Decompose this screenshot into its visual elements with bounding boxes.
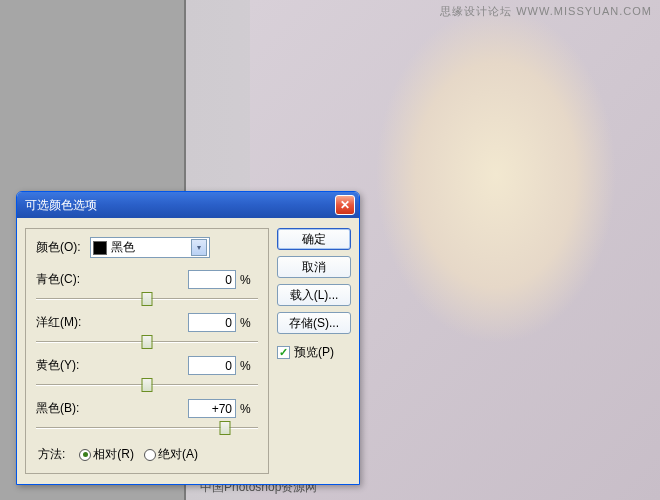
load-button[interactable]: 载入(L)... <box>277 284 351 306</box>
watermark-top: 思缘设计论坛 WWW.MISSYUAN.COM <box>440 4 652 19</box>
magenta-row: 洋红(M): % <box>36 313 258 352</box>
cancel-button[interactable]: 取消 <box>277 256 351 278</box>
close-icon: ✕ <box>340 198 350 212</box>
selective-color-dialog: 可选颜色选项 ✕ 颜色(O): 黑色 ▾ 青色(C): % <box>16 191 360 485</box>
black-input[interactable] <box>188 399 236 418</box>
yellow-slider[interactable] <box>36 377 258 395</box>
percent-sign: % <box>236 273 258 287</box>
radio-absolute[interactable]: 绝对(A) <box>144 446 198 463</box>
yellow-input[interactable] <box>188 356 236 375</box>
method-row: 方法: 相对(R) 绝对(A) <box>36 446 258 463</box>
magenta-label: 洋红(M): <box>36 314 188 331</box>
save-button[interactable]: 存储(S)... <box>277 312 351 334</box>
black-row: 黑色(B): % <box>36 399 258 438</box>
cyan-input[interactable] <box>188 270 236 289</box>
dialog-title: 可选颜色选项 <box>25 197 335 214</box>
black-slider[interactable] <box>36 420 258 438</box>
preview-checkbox[interactable]: ✓ 预览(P) <box>277 344 351 361</box>
color-label: 颜色(O): <box>36 239 90 256</box>
chevron-down-icon: ▾ <box>191 239 207 256</box>
color-swatch <box>93 241 107 255</box>
radio-relative[interactable]: 相对(R) <box>79 446 134 463</box>
titlebar[interactable]: 可选颜色选项 ✕ <box>17 192 359 218</box>
yellow-row: 黄色(Y): % <box>36 356 258 395</box>
magenta-slider[interactable] <box>36 334 258 352</box>
close-button[interactable]: ✕ <box>335 195 355 215</box>
color-dropdown[interactable]: 黑色 ▾ <box>90 237 210 258</box>
cyan-row: 青色(C): % <box>36 270 258 309</box>
method-label: 方法: <box>38 446 65 463</box>
buttons-panel: 确定 取消 载入(L)... 存储(S)... ✓ 预览(P) <box>277 228 351 474</box>
cyan-slider[interactable] <box>36 291 258 309</box>
preview-label: 预览(P) <box>294 344 334 361</box>
color-selected-text: 黑色 <box>111 239 191 256</box>
controls-panel: 颜色(O): 黑色 ▾ 青色(C): % 洋红( <box>25 228 269 474</box>
magenta-input[interactable] <box>188 313 236 332</box>
check-icon: ✓ <box>277 346 290 359</box>
yellow-label: 黄色(Y): <box>36 357 188 374</box>
black-label: 黑色(B): <box>36 400 188 417</box>
cyan-label: 青色(C): <box>36 271 188 288</box>
ok-button[interactable]: 确定 <box>277 228 351 250</box>
